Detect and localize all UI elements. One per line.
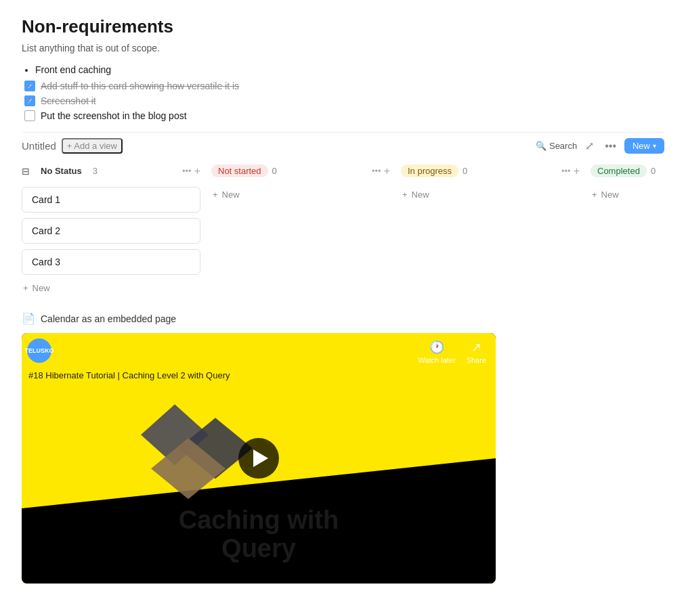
column-header-completed: Completed 0 ••• + — [591, 162, 664, 180]
watch-later-button[interactable]: 🕐 Watch later — [418, 340, 455, 364]
video-title-line2: Query — [22, 535, 496, 563]
column-title-completed: Completed — [591, 164, 647, 177]
share-button[interactable]: ↗ Share — [467, 340, 486, 364]
add-new-no-status[interactable]: + New — [22, 280, 200, 296]
column-dots-icon[interactable]: ••• — [182, 166, 192, 176]
card-3-title: Card 3 — [32, 257, 60, 267]
bullet-item: Front end caching — [35, 64, 664, 75]
add-new-completed-label: New — [601, 190, 619, 200]
share-icon: ↗ — [471, 340, 481, 355]
column-in-progress-dots-icon[interactable]: ••• — [561, 166, 571, 176]
video-bottom-title: Caching with Query — [22, 506, 496, 563]
more-options-icon[interactable]: ••• — [602, 139, 619, 154]
search-button[interactable]: 🔍 Search — [536, 141, 577, 151]
column-completed: Completed 0 ••• + + New — [591, 162, 664, 296]
calendar-section: 📄 Calendar as an embedded page — [22, 312, 664, 325]
column-count-no-status: 3 — [93, 166, 98, 176]
column-header-not-started: Not started 0 ••• + — [211, 162, 390, 180]
column-in-progress-add-icon[interactable]: + — [574, 165, 580, 177]
checklist-item-3[interactable]: Put the screenshot in the blog post — [24, 110, 664, 121]
page-subtitle: List anything that is out of scope. — [22, 43, 664, 53]
checklist: Add stuff to this card showing how versa… — [24, 81, 664, 121]
bullet-list: Front end caching — [35, 64, 664, 75]
checklist-item-1-text: Add stuff to this card showing how versa… — [41, 81, 239, 91]
new-button[interactable]: New ▾ — [624, 138, 664, 154]
calendar-label: Calendar as an embedded page — [41, 313, 176, 324]
column-header-no-status: ⊟ No Status 3 ••• + — [22, 162, 200, 180]
column-count-not-started: 0 — [272, 166, 277, 176]
clock-icon: 🕐 — [429, 340, 444, 355]
share-label: Share — [467, 356, 486, 364]
video-title-text: #18 Hibernate Tutorial | Caching Level 2… — [28, 370, 230, 380]
add-new-not-started-icon: + — [213, 190, 218, 200]
column-title-no-status: No Status — [34, 164, 89, 177]
video-top-bar: 🕐 Watch later ↗ Share — [22, 333, 496, 371]
add-view-label: + Add a view — [67, 141, 117, 151]
add-new-in-progress[interactable]: + New — [401, 187, 580, 202]
add-new-not-started-label: New — [222, 190, 240, 200]
column-not-started: Not started 0 ••• + + New — [211, 162, 401, 296]
add-new-in-progress-label: New — [412, 190, 429, 200]
column-menu-in-progress: ••• + — [561, 165, 580, 177]
new-button-label: New — [633, 141, 650, 151]
checklist-item-2-text: Screenshot it — [41, 95, 96, 106]
expand-icon[interactable]: ⤢ — [582, 138, 597, 154]
watch-later-label: Watch later — [418, 356, 455, 364]
column-no-status: ⊟ No Status 3 ••• + Card 1 Card 2 Card 3… — [22, 162, 211, 296]
checklist-item-1[interactable]: Add stuff to this card showing how versa… — [24, 81, 664, 91]
search-icon: 🔍 — [536, 141, 546, 151]
column-not-started-dots-icon[interactable]: ••• — [372, 166, 381, 176]
page-title: Non-requirements — [22, 16, 664, 37]
calendar-doc-icon: 📄 — [22, 312, 35, 325]
play-button[interactable] — [238, 438, 279, 479]
checkbox-1[interactable] — [24, 81, 35, 91]
card-2-title: Card 2 — [32, 225, 60, 236]
card-2[interactable]: Card 2 — [22, 218, 200, 244]
add-new-in-progress-icon: + — [402, 190, 408, 200]
add-new-completed-icon: + — [592, 190, 597, 200]
column-count-completed: 0 — [651, 166, 656, 176]
no-status-icon: ⊟ — [22, 166, 30, 177]
column-title-in-progress: In progress — [401, 164, 458, 177]
video-title-overlay: #18 Hibernate Tutorial | Caching Level 2… — [28, 370, 230, 380]
add-new-not-started[interactable]: + New — [211, 187, 390, 202]
column-menu-not-started: ••• + — [372, 165, 390, 177]
chevron-down-icon: ▾ — [653, 142, 656, 150]
column-header-in-progress: In progress 0 ••• + — [401, 162, 580, 180]
checklist-item-2[interactable]: Screenshot it — [24, 95, 664, 106]
column-title-not-started: Not started — [211, 164, 268, 177]
add-view-button[interactable]: + Add a view — [62, 138, 123, 154]
checkbox-2[interactable] — [24, 95, 35, 106]
column-in-progress: In progress 0 ••• + + New — [401, 162, 591, 296]
column-count-in-progress: 0 — [463, 166, 467, 176]
search-label: Search — [549, 141, 577, 151]
column-add-icon[interactable]: + — [194, 165, 200, 177]
board-actions: 🔍 Search ⤢ ••• New ▾ — [536, 138, 664, 154]
video-title-line1: Caching with — [22, 506, 496, 535]
add-new-label: New — [33, 283, 50, 293]
video-embed[interactable]: TELUSKO 🕐 Watch later ↗ Share #18 Hibern… — [22, 333, 496, 584]
column-menu-no-status: ••• + — [182, 165, 200, 177]
board-title: Untitled — [22, 140, 56, 152]
add-icon: + — [23, 283, 28, 293]
board-header: Untitled + Add a view 🔍 Search ⤢ ••• New… — [22, 132, 664, 154]
checkbox-3[interactable] — [24, 110, 35, 121]
add-new-completed[interactable]: + New — [591, 187, 664, 202]
checklist-item-3-text: Put the screenshot in the blog post — [41, 110, 187, 121]
card-1[interactable]: Card 1 — [22, 187, 200, 213]
column-not-started-add-icon[interactable]: + — [384, 165, 390, 177]
kanban-board: ⊟ No Status 3 ••• + Card 1 Card 2 Card 3… — [22, 162, 664, 296]
card-1-title: Card 1 — [32, 194, 60, 205]
card-3[interactable]: Card 3 — [22, 249, 200, 275]
